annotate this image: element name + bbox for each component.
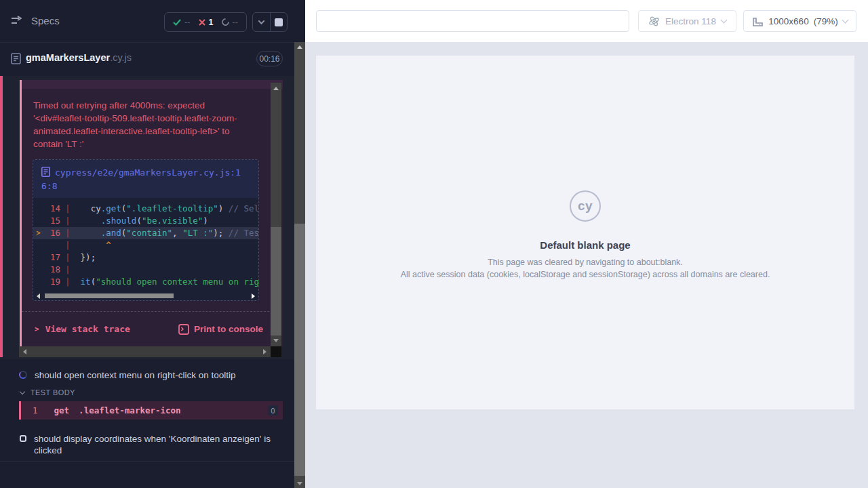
chevron-down-icon (20, 388, 25, 394)
default-blank-page: cy Default blank page This page was clea… (316, 190, 854, 279)
test-item-context-menu[interactable]: should open context menu on right-click … (19, 369, 283, 381)
blank-page-line1: This page was cleared by navigating to a… (316, 258, 854, 267)
stop-icon (275, 18, 283, 26)
refresh-icon (220, 17, 231, 28)
specs-title: Specs (31, 15, 60, 26)
error-message-line: contain 'LT :' (33, 138, 273, 150)
scroll-left-icon (37, 293, 40, 299)
code-file-icon (41, 167, 50, 177)
stat-pending: -- (222, 18, 238, 27)
chevron-right-icon: > (35, 325, 39, 333)
error-box: Timed out retrying after 4000ms: expecte… (20, 80, 283, 346)
command-number: 1 (33, 405, 38, 415)
x-icon (199, 19, 205, 26)
aut-viewport: cy Default blank page This page was clea… (316, 56, 854, 409)
test-title: should display coordinates when 'Koordin… (34, 433, 276, 456)
cypress-app: Specs -- 1 -- (0, 0, 868, 488)
failed-attempt-border (0, 76, 3, 357)
scroll-thumb[interactable] (45, 293, 174, 298)
scroll-down-icon (273, 339, 279, 342)
sidebar: Specs -- 1 -- (0, 0, 305, 488)
code-line: 15| .should("be.visible") (33, 215, 258, 227)
print-to-console-button[interactable]: Print to console (178, 324, 263, 335)
electron-icon (648, 16, 660, 27)
code-frame: cypress/e2e/gmaMarkersLayer.cy.js:16:8 1… (33, 159, 259, 301)
test-running-spinner-icon (19, 371, 27, 379)
command-name: get (54, 405, 70, 415)
run-controls (252, 12, 288, 32)
command-selector: .leaflet-marker-icon (79, 405, 181, 415)
test-pending-square-icon (20, 435, 26, 442)
stat-failed: 1 (199, 18, 214, 27)
divider (0, 461, 294, 462)
viewport-size-button[interactable]: 1000x660 (79%) (743, 10, 856, 32)
scroll-thumb[interactable] (271, 227, 281, 336)
error-message-line: animated.leaflet-interactive.leaflet-too… (33, 125, 273, 138)
spec-ext: .cy.js (110, 52, 132, 63)
spec-file-icon (11, 53, 22, 65)
stop-button[interactable] (270, 13, 288, 31)
scroll-down-icon (297, 482, 302, 485)
viewport-zoom-label: (79%) (814, 16, 838, 26)
stat-passed: -- (173, 18, 190, 27)
sidebar-scrollbar[interactable] (294, 42, 305, 488)
spec-timer-badge: 00:16 (256, 51, 283, 66)
scroll-left-icon (23, 349, 26, 354)
scroll-up-icon (297, 45, 302, 49)
command-row-get[interactable]: 1 get .leaflet-marker-icon 0 (19, 401, 283, 420)
code-lines: 14| cy.get(".leaflet-tooltip") // Sele15… (33, 198, 258, 291)
ruler-icon (752, 16, 764, 27)
error-footer: >View stack trace Print to console (22, 311, 273, 346)
browser-label: Electron 118 (665, 16, 716, 26)
scroll-right-icon (252, 293, 255, 299)
test-stats: -- 1 -- (164, 12, 247, 32)
spec-name: gmaMarkersLayer.cy.js (26, 52, 132, 63)
attempt-h-scrollbar[interactable] (19, 346, 271, 357)
collapse-chevron-button[interactable] (253, 13, 270, 31)
code-line: | ^ (33, 239, 258, 251)
scroll-right-icon (263, 349, 267, 354)
chevron-down-icon (842, 16, 848, 23)
error-message-line: Timed out retrying after 4000ms: expecte… (33, 99, 273, 112)
test-body-toggle[interactable]: TEST BODY (20, 388, 75, 396)
url-input[interactable] (316, 10, 629, 32)
scrollbar-corner (271, 346, 281, 357)
scroll-up-icon (273, 87, 279, 90)
browser-select[interactable]: Electron 118 (638, 10, 736, 32)
failed-attempt-region: Timed out retrying after 4000ms: expecte… (0, 76, 294, 359)
view-stack-trace-link[interactable]: >View stack trace (35, 324, 130, 334)
code-line: 14| cy.get(".leaflet-tooltip") // Sele (33, 203, 258, 215)
chevron-down-icon (720, 16, 727, 23)
test-body-label: TEST BODY (31, 388, 75, 396)
stage-background: cy Default blank page This page was clea… (305, 42, 868, 488)
spec-row[interactable]: gmaMarkersLayer.cy.js 00:16 (0, 43, 294, 75)
scroll-thumb[interactable] (294, 224, 305, 476)
code-line: 19| it("should open context menu on righ (33, 276, 258, 288)
attempt-v-scrollbar[interactable] (271, 83, 281, 346)
chevron-down-icon (258, 18, 264, 24)
code-line: 18| (33, 264, 258, 276)
error-header-band (22, 80, 283, 89)
code-frame-header[interactable]: cypress/e2e/gmaMarkersLayer.cy.js:16:8 (33, 160, 258, 198)
browser-topbar: Electron 118 1000x660 (79%) (305, 0, 868, 42)
test-item-coordinates[interactable]: should display coordinates when 'Koordin… (20, 433, 276, 456)
test-title: should open context menu on right-click … (35, 369, 235, 381)
check-icon (173, 19, 181, 26)
console-icon (178, 324, 189, 335)
blank-page-line2: All active session data (cookies, localS… (316, 270, 854, 279)
code-h-scrollbar[interactable] (33, 291, 258, 300)
command-count-badge: 0 (268, 405, 278, 415)
blank-page-title: Default blank page (316, 239, 854, 251)
viewport-size-label: 1000x660 (768, 16, 808, 26)
cypress-logo: cy (570, 190, 601, 222)
error-message: Timed out retrying after 4000ms: expecte… (33, 99, 273, 150)
code-line: >16| .and("contain", "LT :"); // Test (33, 227, 258, 239)
specs-menu-icon[interactable] (11, 16, 24, 26)
sidebar-header: Specs -- 1 -- (0, 0, 305, 42)
code-line: 17| }); (33, 251, 258, 264)
error-message-line: '<div#leaflet-tooltip-509.leaflet-toolti… (33, 112, 273, 125)
code-frame-path: cypress/e2e/gmaMarkersLayer.cy.js:16:8 (41, 167, 241, 191)
